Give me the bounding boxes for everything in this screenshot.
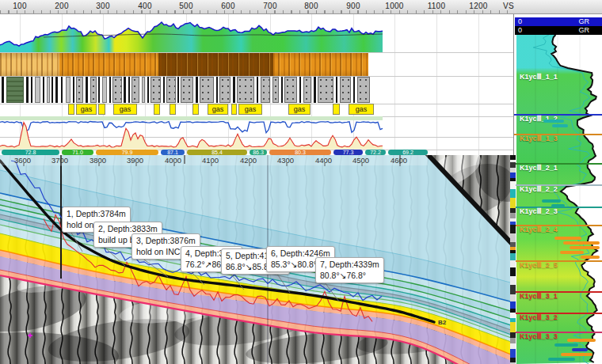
lithology-bar (147, 77, 149, 103)
ruler-label-500: 500 (179, 2, 193, 10)
synthetic-strip-block (510, 338, 516, 343)
ruler-label-700: 700 (263, 2, 277, 10)
annotation-depth: 7, Depth:4339m (320, 260, 379, 271)
inclination-segment: 86.3 (250, 150, 267, 155)
pay-flag (563, 241, 600, 245)
lithology-bar (66, 77, 70, 103)
synthetic-strip-block (510, 260, 516, 267)
ruler-label-900: 900 (346, 2, 360, 10)
inclination-segment: 77.3 (333, 150, 363, 155)
pay-flag (552, 124, 568, 127)
lithology-bar (272, 77, 279, 103)
formation-marker-label[interactable]: K1ycⅢ_3_2 (520, 313, 558, 321)
lithology-bar (284, 77, 297, 103)
ruler-ticks (0, 10, 513, 13)
lithology-bar (200, 77, 214, 103)
formation-marker-label[interactable]: K1ycⅢ_3_3 (520, 332, 558, 340)
formation-marker-label[interactable]: K1ycⅢ_1_1 (520, 73, 558, 81)
pay-flag (542, 199, 561, 203)
gr-header-title: GR (579, 17, 590, 26)
synthetic-strip-block (510, 267, 516, 277)
lithology-bar (257, 77, 258, 103)
formation-marker-label[interactable]: K1ycⅢ_3_1 (520, 292, 558, 300)
formation-marker-label[interactable]: K1ycⅢ_2_4 (520, 226, 558, 233)
ruler-label-400: 400 (138, 2, 152, 10)
inclination-segment: 71.0 (62, 150, 93, 155)
gas-show-label (333, 104, 340, 115)
synthetic-strip-block (510, 225, 516, 233)
lithology-bar (142, 77, 145, 103)
pay-flag (570, 246, 600, 249)
gr-mean-line (44, 34, 383, 37)
depth-label: 4300 (277, 156, 294, 165)
synthetic-strip-block (510, 301, 516, 309)
image-log-track[interactable] (0, 53, 368, 76)
depth-label: 3800 (90, 156, 106, 165)
pay-flag (554, 237, 581, 240)
annotation-depth: 1, Depth:3784m (67, 209, 126, 220)
synthetic-strip-block (510, 332, 516, 339)
lithology-bar (318, 77, 333, 103)
synthetic-strip-block (510, 173, 516, 178)
grid-line (311, 14, 312, 155)
depth-label: 3900 (127, 156, 143, 165)
gr-header-row-1: 0 GR (515, 17, 602, 26)
gr-header-min: 0 (518, 17, 522, 26)
spectral-fill (0, 123, 383, 150)
inclination-segment: 80.3 (269, 150, 331, 155)
annotation-box-7[interactable]: 7, Depth:4339m80.8°↘76.8° (315, 257, 384, 283)
formation-marker-label[interactable]: K1ycⅢ_2_5 (520, 261, 558, 269)
lithology-bar (150, 77, 161, 103)
inclination-segment: 85.4 (187, 150, 247, 155)
ruler-label-100: 100 (13, 2, 27, 10)
gr-composite-fill (0, 22, 383, 52)
pay-flag (560, 251, 584, 254)
pay-flag (554, 343, 578, 347)
lithology-bar (237, 77, 254, 103)
lithology-bar (314, 77, 316, 103)
pay-flag (567, 339, 596, 342)
lithology-bar (336, 77, 337, 103)
gas-show-label: gas (76, 104, 97, 115)
lithology-bar (166, 77, 176, 103)
resistivity-curve (0, 122, 383, 133)
annotation-depth: 3, Depth:3876m (136, 236, 196, 247)
depth-label: 4600 (391, 156, 407, 165)
lithology-bar (357, 77, 370, 103)
inclination-segment: 72.2 (365, 150, 386, 155)
synthetic-strip-block (510, 322, 516, 332)
lithology-bar (124, 77, 126, 103)
annotation-detail: 80.8°↘76.8° (320, 271, 379, 282)
lithology-bar (353, 77, 355, 103)
lithology-bar (47, 77, 50, 103)
formation-marker-label[interactable]: K1ycⅢ_2_1 (520, 164, 558, 172)
vs-ruler[interactable]: 100200300400500600700800900100011001200V… (0, 0, 602, 14)
lithology-bar (340, 77, 351, 103)
lithology-bar (261, 77, 270, 103)
lithology-bar (98, 77, 100, 103)
grid-line (436, 14, 437, 155)
depth-label: 4000 (165, 156, 181, 165)
grid-line (478, 14, 479, 155)
formation-marker-label[interactable]: K1ycⅢ_2_3 (520, 207, 558, 215)
synthetic-strip-block (510, 349, 516, 358)
ruler-label-300: 300 (96, 2, 110, 10)
pay-flag (581, 256, 600, 259)
inclination-segment: 72.8 (2, 150, 59, 155)
lithology-bar (299, 77, 301, 103)
synthetic-strip-block (510, 162, 516, 168)
geosteering-window: 100200300400500600700800900100011001200V… (0, 0, 602, 364)
gas-show-label: gas (349, 104, 374, 115)
grid-line (145, 14, 146, 155)
depth-label: 4400 (315, 156, 332, 165)
lithology-bar (102, 77, 107, 103)
synthetic-strip-block (510, 285, 516, 294)
synthetic-strip-block (510, 198, 516, 208)
lithology-bar (61, 77, 63, 103)
ruler-label-1000: 1000 (385, 2, 403, 10)
formation-marker-label[interactable]: K1ycⅢ_1_3 (520, 135, 558, 142)
inclination-segment: 69.2 (388, 150, 428, 155)
lithology-bar (51, 77, 53, 103)
formation-marker-label[interactable]: K1ycⅢ_2_2 (520, 185, 558, 193)
lithology-bar (163, 77, 165, 103)
